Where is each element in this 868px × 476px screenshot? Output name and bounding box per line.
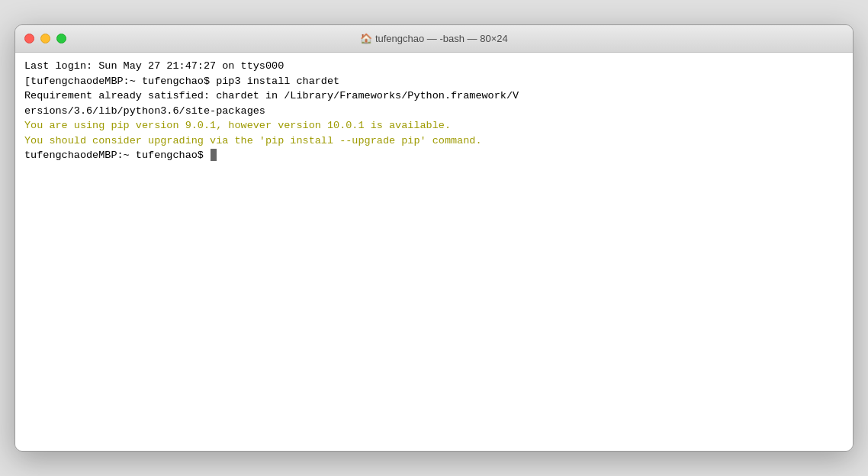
close-button[interactable] [24,34,34,43]
terminal-line: ersions/3.6/lib/python3.6/site-packages [24,104,844,119]
terminal-line: You are using pip version 9.0.1, however… [24,118,844,133]
maximize-button[interactable] [56,34,66,43]
terminal-line: Last login: Sun May 27 21:47:27 on ttys0… [24,59,844,74]
titlebar: 🏠 tufengchao — -bash — 80×24 [15,25,853,53]
traffic-lights [24,34,66,43]
window-title: 🏠 tufengchao — -bash — 80×24 [360,33,507,44]
terminal-line: tufengchaodeMBP:~ tufengchao$ [24,148,844,163]
minimize-button[interactable] [40,34,50,43]
terminal-window: 🏠 tufengchao — -bash — 80×24 Last login:… [14,24,854,452]
terminal-cursor [211,149,217,161]
terminal-line: [tufengchaodeMBP:~ tufengchao$ pip3 inst… [24,74,844,89]
terminal-line: Requirement already satisfied: chardet i… [24,88,844,104]
terminal-body[interactable]: Last login: Sun May 27 21:47:27 on ttys0… [15,53,853,451]
terminal-line: You should consider upgrading via the 'p… [24,133,844,149]
